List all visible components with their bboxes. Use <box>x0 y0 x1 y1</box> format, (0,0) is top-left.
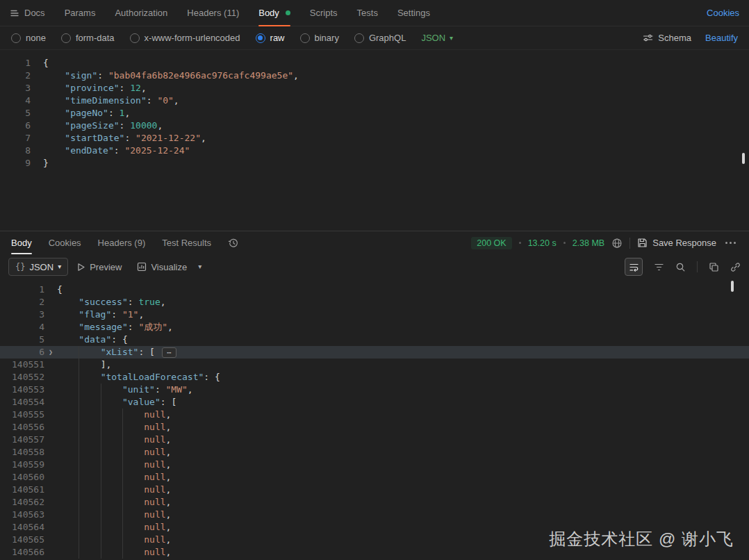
code-line[interactable]: 7 "startDate": "2021-12-22", <box>0 132 749 145</box>
code-line[interactable]: 140558 null, <box>0 446 749 459</box>
divider <box>629 238 630 249</box>
cookies-link[interactable]: Cookies <box>707 8 739 18</box>
request-body-editor[interactable]: 1{2 "sign": "bab04fa6b82e4966ac976cafc49… <box>0 50 749 231</box>
tab-body[interactable]: Body <box>258 0 290 26</box>
collapsed-content-badge[interactable]: ⋯ <box>162 347 176 358</box>
format-value: JSON <box>29 262 54 272</box>
line-number: 6 <box>0 120 31 132</box>
tab-tests[interactable]: Tests <box>357 0 378 26</box>
radio-form-data[interactable]: form-data <box>61 33 115 43</box>
network-globe-icon[interactable] <box>611 238 623 249</box>
beautify-button[interactable]: Beautify <box>705 33 738 43</box>
code-line[interactable]: 4 "message": "成功", <box>0 321 749 333</box>
fold-column <box>31 69 43 82</box>
tab-label: Settings <box>397 8 430 18</box>
radio-graphql[interactable]: GraphQL <box>354 33 406 43</box>
response-tab-test-results[interactable]: Test Results <box>162 231 211 254</box>
response-tab-cookies[interactable]: Cookies <box>49 231 81 254</box>
code-line[interactable]: 8 "endDate": "2025-12-24" <box>0 145 749 157</box>
indent-guide <box>122 521 123 534</box>
request-code-lines: 1{2 "sign": "bab04fa6b82e4966ac976cafc49… <box>0 57 749 170</box>
code-line[interactable]: 5 "pageNo": 1, <box>0 107 749 120</box>
separator-dot <box>519 242 521 244</box>
raw-language-select[interactable]: JSON ▾ <box>421 33 453 43</box>
code-line[interactable]: 9} <box>0 157 749 170</box>
line-number: 2 <box>0 69 31 82</box>
response-tab-body[interactable]: Body <box>11 231 32 254</box>
indent-guide <box>79 409 79 421</box>
tab-params[interactable]: Params <box>65 0 96 26</box>
code-line[interactable]: 140553 "unit": "MW", <box>0 384 749 396</box>
more-options-icon[interactable] <box>723 242 738 244</box>
request-scrollbar-thumb[interactable] <box>742 153 745 164</box>
radio-label: binary <box>315 33 339 43</box>
code-line[interactable]: 2 "sign": "bab04fa6b82e4966ac976cafc499a… <box>0 69 749 82</box>
line-number: 140562 <box>0 496 44 509</box>
code-text: } <box>43 157 749 170</box>
link-icon[interactable] <box>730 262 741 272</box>
code-line[interactable]: 5 "data": { <box>0 333 749 346</box>
code-line[interactable]: 1{ <box>0 57 749 69</box>
indent-guide <box>122 509 123 521</box>
code-line[interactable]: 3 "province": 12, <box>0 82 749 94</box>
code-line[interactable]: 6❯ "xList": [⋯ <box>0 346 749 359</box>
radio-none[interactable]: none <box>11 33 46 43</box>
tab-authorization[interactable]: Authorization <box>115 0 167 26</box>
fold-column <box>31 57 43 69</box>
filter-icon[interactable] <box>654 262 664 272</box>
indent-guide <box>122 471 123 484</box>
code-line[interactable]: 140551 ], <box>0 359 749 371</box>
code-line[interactable]: 140562 null, <box>0 496 749 509</box>
search-icon[interactable] <box>675 262 686 272</box>
fold-column <box>44 421 57 434</box>
line-number: 4 <box>0 94 31 107</box>
radio-raw[interactable]: raw <box>256 33 285 43</box>
code-line[interactable]: 140552 "totalLoadForecast": { <box>0 371 749 384</box>
line-number: 8 <box>0 145 31 157</box>
response-scrollbar-thumb[interactable] <box>731 281 734 292</box>
preview-label: Preview <box>90 262 122 272</box>
code-line[interactable]: 4 "timeDimension": "0", <box>0 94 749 107</box>
tab-docs[interactable]: Docs <box>10 0 45 26</box>
code-line[interactable]: 140559 null, <box>0 459 749 471</box>
code-line[interactable]: 140556 null, <box>0 421 749 434</box>
save-response-button[interactable]: Save Response <box>637 238 716 248</box>
visualize-button[interactable]: Visualize <box>130 258 194 276</box>
response-history-icon[interactable] <box>228 231 239 254</box>
code-line[interactable]: 140561 null, <box>0 484 749 496</box>
word-wrap-toggle[interactable] <box>625 258 643 276</box>
tab-headers[interactable]: Headers (11) <box>187 0 239 26</box>
tab-label: Headers (9) <box>98 238 146 248</box>
code-line[interactable]: 1{ <box>0 283 749 296</box>
code-line[interactable]: 3 "flag": "1", <box>0 308 749 321</box>
fold-column <box>44 534 57 546</box>
response-tab-headers[interactable]: Headers (9) <box>98 231 146 254</box>
schema-button[interactable]: Schema <box>643 33 691 43</box>
tab-settings[interactable]: Settings <box>397 0 430 26</box>
radio-x-www-form-urlencoded[interactable]: x-www-form-urlencoded <box>130 33 240 43</box>
tab-scripts[interactable]: Scripts <box>310 0 338 26</box>
code-line[interactable]: 6 "pageSize": 10000, <box>0 120 749 132</box>
braces-icon: {} <box>15 262 25 272</box>
fold-column <box>44 434 57 446</box>
visualize-dropdown-caret[interactable]: ▾ <box>195 258 204 276</box>
copy-icon[interactable] <box>709 262 719 272</box>
indent-guide <box>101 521 101 534</box>
line-number: 140559 <box>0 459 44 471</box>
line-number: 140564 <box>0 521 44 534</box>
response-format-select[interactable]: {} JSON ▾ <box>8 258 68 276</box>
preview-button[interactable]: Preview <box>69 258 129 276</box>
code-line[interactable]: 140563 null, <box>0 509 749 521</box>
code-line[interactable]: 140555 null, <box>0 409 749 421</box>
response-body-editor[interactable]: 1{2 "success": true,3 "flag": "1",4 "mes… <box>0 279 749 560</box>
indent-guide <box>122 496 123 509</box>
visualize-icon <box>137 262 147 272</box>
indent-guide <box>79 446 79 459</box>
code-line[interactable]: 140554 "value": [ <box>0 396 749 409</box>
indent-guide <box>122 434 123 446</box>
code-line[interactable]: 140557 null, <box>0 434 749 446</box>
radio-binary[interactable]: binary <box>300 33 339 43</box>
fold-arrow-icon[interactable]: ❯ <box>44 346 57 359</box>
code-line[interactable]: 2 "success": true, <box>0 296 749 308</box>
code-line[interactable]: 140560 null, <box>0 471 749 484</box>
